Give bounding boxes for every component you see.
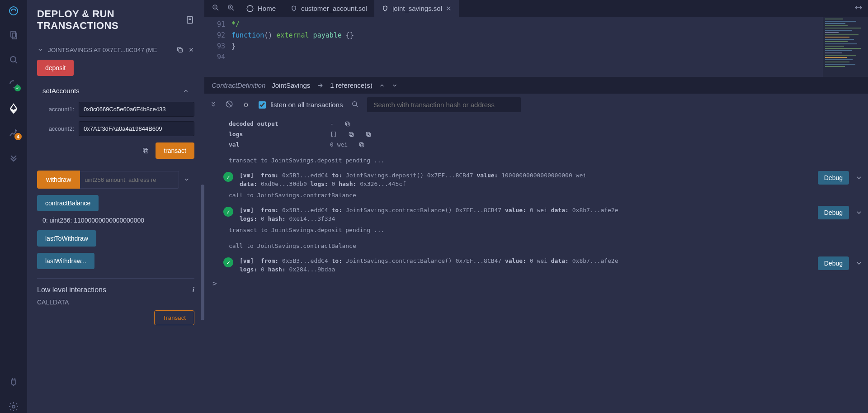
copy-params-icon[interactable] xyxy=(142,147,149,154)
terminal[interactable]: decoded output - logs [] val 0 wei trans… xyxy=(204,116,868,413)
low-level-title: Low level interactions xyxy=(37,286,106,294)
expand-tx-icon[interactable] xyxy=(855,260,863,267)
refs-up-icon[interactable] xyxy=(379,82,385,89)
plugin-icon[interactable] xyxy=(7,376,20,389)
logo-icon[interactable] xyxy=(7,5,20,17)
lowlevel-transact-button[interactable]: Transact xyxy=(154,310,194,325)
terminal-search-input[interactable] xyxy=(367,97,521,112)
account1-label: account1: xyxy=(37,106,74,113)
svg-rect-19 xyxy=(367,133,370,136)
copy-icon[interactable] xyxy=(359,142,365,148)
svg-rect-9 xyxy=(143,148,147,152)
listen-checkbox-label[interactable]: listen on all transactions xyxy=(259,101,343,109)
withdraw-button[interactable]: withdraw xyxy=(37,171,80,189)
copy-icon[interactable] xyxy=(348,131,354,138)
val-key: val xyxy=(229,141,319,148)
info-icon[interactable]: i xyxy=(193,286,194,294)
svg-rect-2 xyxy=(12,33,17,39)
expand-withdraw-icon[interactable] xyxy=(179,176,194,183)
refs-down-icon[interactable] xyxy=(392,82,398,89)
tab-joint-savings[interactable]: joint_savings.sol ✕ xyxy=(374,0,459,17)
svg-rect-16 xyxy=(345,122,349,125)
code-editor[interactable]: 91 92 93 94 */ function() external payab… xyxy=(204,17,868,77)
svg-rect-22 xyxy=(359,142,363,146)
account1-input[interactable] xyxy=(79,102,194,117)
svg-point-3 xyxy=(10,57,16,62)
svg-rect-18 xyxy=(349,132,352,135)
pending-line: transact to JointSavings.deposit pending… xyxy=(210,150,863,166)
deploy-icon[interactable] xyxy=(7,102,20,115)
breadcrumb: ContractDefinition JointSavings 1 refere… xyxy=(204,77,868,94)
chevron-down-icon[interactable] xyxy=(37,47,43,53)
listen-checkbox[interactable] xyxy=(259,101,266,109)
collapse-terminal-icon[interactable] xyxy=(210,100,217,109)
settings-icon[interactable] xyxy=(7,400,20,413)
svg-rect-21 xyxy=(361,143,364,147)
logs-key: logs xyxy=(229,131,319,138)
debugger-icon[interactable] xyxy=(7,151,20,164)
analytics-badge: 4 xyxy=(14,133,22,140)
contract-instance-title: JOINTSAVINGS AT 0X7EF...8CB47 (ME xyxy=(48,47,172,53)
account2-label: account2: xyxy=(37,125,74,132)
call-line: call to JointSavings.contractBalance xyxy=(210,235,863,251)
expand-tx-icon[interactable] xyxy=(855,174,863,181)
zoom-in-icon[interactable] xyxy=(223,4,239,13)
compiler-icon[interactable]: ✓ xyxy=(7,78,20,90)
svg-rect-1 xyxy=(11,31,15,37)
call-line: call to JointSavings.contractBalance xyxy=(210,190,863,200)
withdraw-input[interactable] xyxy=(80,171,179,189)
copy-icon[interactable] xyxy=(365,131,372,138)
tab-home[interactable]: Home xyxy=(239,0,283,17)
tx-row[interactable]: ✓ [vm] from: 0x5B3...eddC4 to: JointSavi… xyxy=(210,251,863,275)
contractbalance-button[interactable]: contractBalance xyxy=(37,195,99,211)
close-instance-icon[interactable] xyxy=(188,47,194,53)
transact-button[interactable]: transact xyxy=(156,142,194,159)
contractbalance-result: 0: uint256: 11000000000000000000 xyxy=(37,217,194,224)
terminal-prompt[interactable]: > xyxy=(210,275,863,288)
docs-icon[interactable] xyxy=(185,15,194,24)
svg-rect-7 xyxy=(178,47,181,51)
tx-row[interactable]: ✓ [vm] from: 0x5B3...eddC4 to: JointSavi… xyxy=(210,200,863,225)
search-icon[interactable] xyxy=(7,53,20,66)
pending-count: 0 xyxy=(241,101,250,109)
debug-button[interactable]: Debug xyxy=(818,206,849,219)
svg-rect-20 xyxy=(366,132,369,135)
copy-icon[interactable] xyxy=(344,121,351,127)
terminal-toolbar: 0 listen on all transactions xyxy=(204,94,868,116)
lasttowithdraw-button[interactable]: lastToWithdraw xyxy=(37,230,96,247)
setaccounts-title: setAccounts xyxy=(42,87,80,95)
lastwithdraw-button[interactable]: lastWithdraw... xyxy=(37,253,94,269)
editor-tabs: Home customer_account.sol joint_savings.… xyxy=(204,0,868,17)
debug-button[interactable]: Debug xyxy=(818,171,849,185)
calldata-label: CALLDATA xyxy=(37,299,194,306)
deploy-panel: DEPLOY & RUN TRANSACTIONS JOINTSAVINGS A… xyxy=(27,0,204,413)
tx-row[interactable]: ✓ [vm] from: 0x5B3...eddC4 to: JointSavi… xyxy=(210,166,863,190)
minimap[interactable] xyxy=(823,17,868,77)
zoom-out-icon[interactable] xyxy=(208,4,223,13)
code-content: */ function() external payable {} } xyxy=(231,17,354,77)
svg-rect-8 xyxy=(145,149,148,153)
svg-rect-15 xyxy=(346,123,349,126)
close-tab-icon[interactable]: ✕ xyxy=(446,5,452,13)
deposit-button[interactable]: deposit xyxy=(37,60,74,76)
account2-input[interactable] xyxy=(79,121,194,136)
left-icon-bar: ✓ 4 xyxy=(0,0,27,413)
success-icon: ✓ xyxy=(223,257,233,267)
clear-terminal-icon[interactable] xyxy=(225,100,233,109)
debug-button[interactable]: Debug xyxy=(818,256,849,270)
line-gutter: 91 92 93 94 xyxy=(204,17,231,77)
compiler-ok-badge: ✓ xyxy=(14,85,21,91)
goto-icon[interactable] xyxy=(316,82,324,89)
analytics-icon[interactable]: 4 xyxy=(7,127,20,139)
files-icon[interactable] xyxy=(7,29,20,42)
copy-address-icon[interactable] xyxy=(176,46,184,53)
terminal-search-icon[interactable] xyxy=(351,100,359,109)
svg-point-0 xyxy=(9,7,18,15)
panel-title: DEPLOY & RUN TRANSACTIONS xyxy=(37,8,185,32)
side-scrollbar[interactable] xyxy=(201,35,204,413)
expand-editor-icon[interactable] xyxy=(854,4,868,13)
collapse-setaccounts-icon[interactable] xyxy=(183,88,189,94)
svg-rect-17 xyxy=(350,133,353,136)
expand-tx-icon[interactable] xyxy=(855,209,863,216)
tab-customer-account[interactable]: customer_account.sol xyxy=(283,0,374,17)
